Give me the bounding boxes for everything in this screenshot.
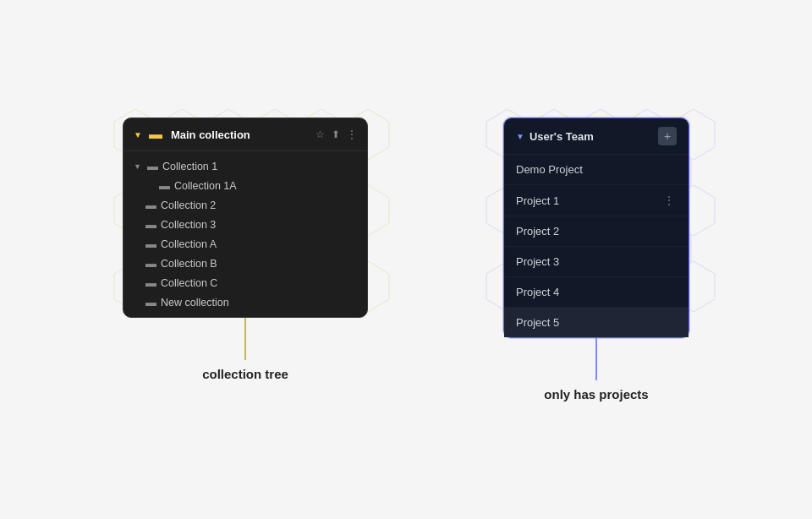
folder-icon: ▬ xyxy=(145,218,156,231)
item-label: Collection B xyxy=(161,258,217,270)
project-item[interactable]: Project 1 ⋮ xyxy=(504,185,689,216)
panel-title: Main collection xyxy=(171,128,310,141)
tree-item[interactable]: ▬ Collection C xyxy=(123,273,367,292)
project-item-active[interactable]: Project 5 xyxy=(504,308,689,337)
tree-item[interactable]: ▼ ▬ Collection 1 xyxy=(123,156,367,176)
star-icon[interactable]: ☆ xyxy=(315,128,325,140)
tree-item[interactable]: ▬ Collection 3 xyxy=(123,215,367,234)
item-label: Collection 1A xyxy=(174,180,237,192)
project-item[interactable]: Project 2 xyxy=(504,216,689,247)
projects-panel: ▼ User's Team + Demo Project Project 1 ⋮… xyxy=(503,117,689,338)
item-label: Collection C xyxy=(161,277,217,289)
tree-item[interactable]: ▬ Collection 2 xyxy=(123,195,367,215)
collection-tree-panel: ▼ ▬ Main collection ☆ ⬆ ⋮ ▼ ▬ Collection… xyxy=(123,117,368,318)
connector-line xyxy=(244,318,246,360)
project-more-icon[interactable]: ⋮ xyxy=(663,194,677,207)
right-caption: only has projects xyxy=(544,387,648,402)
add-project-button[interactable]: + xyxy=(658,127,677,145)
tree-item[interactable]: ▬ Collection A xyxy=(123,234,367,254)
connector-line xyxy=(595,338,597,380)
folder-icon: ▬ xyxy=(147,160,158,172)
item-label: Collection 3 xyxy=(161,219,216,231)
right-section: ▼ User's Team + Demo Project Project 1 ⋮… xyxy=(503,117,689,402)
header-actions: ☆ ⬆ ⋮ xyxy=(315,128,357,140)
tree-chevron-icon: ▼ xyxy=(134,130,142,139)
folder-icon: ▬ xyxy=(145,257,156,270)
team-chevron-icon: ▼ xyxy=(516,132,524,141)
tree-item[interactable]: ▬ Collection B xyxy=(123,254,367,273)
project-label: Project 2 xyxy=(516,225,677,238)
project-label: Project 4 xyxy=(516,286,677,298)
project-item[interactable]: Project 3 xyxy=(504,247,689,277)
item-label: New collection xyxy=(161,297,229,309)
panel-header: ▼ ▬ Main collection ☆ ⬆ ⋮ xyxy=(123,118,367,151)
more-icon[interactable]: ⋮ xyxy=(347,128,357,140)
project-item[interactable]: Project 4 xyxy=(504,277,689,308)
item-label: Collection 1 xyxy=(162,161,217,172)
panel-body: ▼ ▬ Collection 1 ▬ Collection 1A ▬ Colle… xyxy=(123,151,367,317)
folder-icon: ▬ xyxy=(145,199,156,211)
project-label: Project 3 xyxy=(516,255,677,268)
tree-item[interactable]: ▬ New collection xyxy=(123,292,367,312)
project-label: Project 1 xyxy=(516,194,663,207)
item-label: Collection 2 xyxy=(161,199,216,211)
left-caption: collection tree xyxy=(202,367,288,381)
left-section: ▼ ▬ Main collection ☆ ⬆ ⋮ ▼ ▬ Collection… xyxy=(123,117,368,381)
tree-item[interactable]: ▬ Collection 1A xyxy=(123,176,367,195)
team-name: User's Team xyxy=(529,130,653,143)
main-folder-icon: ▬ xyxy=(149,127,162,142)
item-label: Collection A xyxy=(161,238,217,250)
folder-icon: ▬ xyxy=(145,276,156,289)
project-item[interactable]: Demo Project xyxy=(504,155,689,185)
folder-icon: ▬ xyxy=(145,296,156,309)
project-label: Demo Project xyxy=(516,163,677,176)
folder-icon: ▬ xyxy=(145,238,156,250)
upload-icon[interactable]: ⬆ xyxy=(332,128,340,140)
item-chevron-icon: ▼ xyxy=(134,162,141,171)
project-label: Project 5 xyxy=(516,316,677,329)
projects-header: ▼ User's Team + xyxy=(504,118,689,155)
main-container: ▼ ▬ Main collection ☆ ⬆ ⋮ ▼ ▬ Collection… xyxy=(0,117,812,402)
folder-icon: ▬ xyxy=(159,179,170,192)
